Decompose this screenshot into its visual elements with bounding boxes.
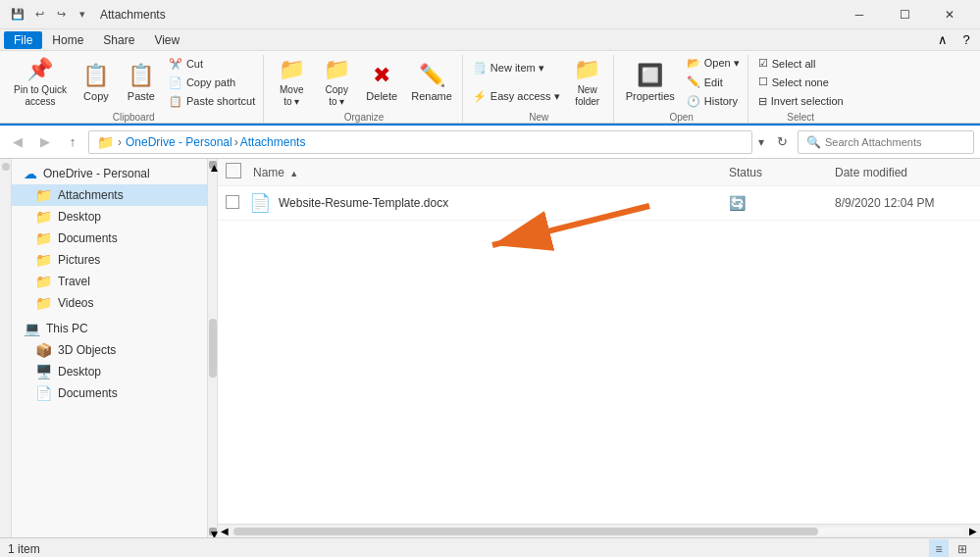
pin-to-quick-access-button[interactable]: 📌 Pin to Quickaccess bbox=[8, 55, 73, 110]
ribbon-group-select: ☑ Select all ☐ Select none ⊟ Invert sele… bbox=[750, 55, 851, 123]
sidebar-item-attachments[interactable]: 📁 Attachments bbox=[12, 184, 207, 206]
sidebar-item-travel-label: Travel bbox=[58, 275, 90, 288]
back-button[interactable]: ◀ bbox=[6, 130, 29, 154]
maximize-button[interactable]: ☐ bbox=[882, 0, 927, 29]
ribbon-group-clipboard: 📌 Pin to Quickaccess 📋 Copy 📋 Paste ✂️ bbox=[4, 55, 264, 123]
address-path[interactable]: 📁 › OneDrive - Personal › Attachments bbox=[88, 130, 752, 154]
sidebar-item-pictures[interactable]: 📁 Pictures bbox=[12, 249, 207, 271]
title-bar: 💾 ↩ ↪ ▾ Attachments ─ ☐ ✕ bbox=[0, 0, 980, 29]
edit-icon: ✏️ bbox=[687, 76, 700, 88]
address-dropdown-button[interactable]: ▾ bbox=[756, 135, 766, 149]
rename-label: Rename bbox=[411, 90, 452, 102]
move-to-button[interactable]: 📁 Moveto ▾ bbox=[270, 55, 313, 110]
sidebar-item-3d-objects[interactable]: 📦 3D Objects bbox=[12, 339, 207, 361]
open-icon: 📂 bbox=[687, 57, 700, 70]
this-pc-icon: 💻 bbox=[24, 321, 40, 336]
ribbon: 📌 Pin to Quickaccess 📋 Copy 📋 Paste ✂️ bbox=[0, 51, 980, 126]
sidebar-item-travel[interactable]: 📁 Travel bbox=[12, 271, 207, 292]
paste-shortcut-button[interactable]: 📋 Paste shortcut bbox=[165, 93, 259, 110]
scroll-right-button[interactable]: ▶ bbox=[966, 525, 980, 538]
sidebar-item-onedrive[interactable]: ☁ OneDrive - Personal bbox=[12, 163, 207, 184]
search-box[interactable]: 🔍 bbox=[798, 130, 974, 154]
column-status-label: Status bbox=[729, 166, 762, 179]
sidebar-this-pc[interactable]: 💻 This PC bbox=[12, 318, 207, 339]
search-icon: 🔍 bbox=[806, 135, 821, 149]
select-all-icon: ☑ bbox=[758, 57, 768, 70]
sidebar-scrollbar-thumb[interactable] bbox=[209, 319, 217, 378]
minimize-button[interactable]: ─ bbox=[837, 0, 882, 29]
menu-file[interactable]: File bbox=[4, 31, 42, 49]
open-group-label: Open bbox=[669, 112, 693, 123]
menu-home[interactable]: Home bbox=[42, 31, 93, 49]
delete-button[interactable]: ✖ Delete bbox=[360, 55, 403, 110]
help-button[interactable]: ? bbox=[956, 30, 976, 50]
edit-button[interactable]: ✏️ Edit bbox=[683, 74, 744, 90]
invert-selection-label: Invert selection bbox=[771, 95, 844, 107]
path-onedrive[interactable]: OneDrive - Personal bbox=[126, 135, 232, 149]
forward-button[interactable]: ▶ bbox=[33, 130, 57, 154]
cut-label: Cut bbox=[186, 58, 203, 70]
copy-to-button[interactable]: 📁 Copyto ▾ bbox=[315, 55, 358, 110]
menu-bar: File Home Share View ∧ ? bbox=[0, 29, 980, 51]
sidebar-scroll-down[interactable]: ▼ bbox=[209, 528, 217, 535]
qat-dropdown-button[interactable]: ▾ bbox=[73, 5, 92, 25]
header-checkbox-area bbox=[226, 163, 245, 181]
open-label: Open ▾ bbox=[704, 57, 740, 70]
menu-share[interactable]: Share bbox=[93, 31, 144, 49]
new-folder-button[interactable]: 📁 Newfolder bbox=[566, 55, 609, 110]
sidebar-item-desktop-pc[interactable]: 🖥️ Desktop bbox=[12, 361, 207, 382]
undo-qat-button[interactable]: ↩ bbox=[29, 5, 49, 25]
status-bar: 1 item ≡ ⊞ bbox=[0, 537, 980, 557]
paste-button[interactable]: 📋 Paste bbox=[120, 55, 163, 110]
h-scrollbar-thumb[interactable] bbox=[233, 528, 818, 535]
row-checkbox[interactable] bbox=[226, 195, 241, 212]
select-none-button[interactable]: ☐ Select none bbox=[754, 74, 848, 90]
sidebar-scroll-up[interactable]: ▲ bbox=[209, 161, 217, 169]
table-row[interactable]: 📄 Website-Resume-Template.docx 🔄 8/9/202… bbox=[218, 186, 980, 221]
large-icons-view-button[interactable]: ⊞ bbox=[953, 539, 972, 558]
rename-button[interactable]: ✏️ Rename bbox=[405, 55, 458, 110]
history-button[interactable]: 🕐 History bbox=[683, 93, 744, 110]
sidebar-item-pictures-label: Pictures bbox=[58, 253, 100, 267]
search-input[interactable] bbox=[825, 136, 965, 148]
close-button[interactable]: ✕ bbox=[927, 0, 972, 29]
copy-to-icon: 📁 bbox=[324, 57, 350, 82]
refresh-button[interactable]: ↻ bbox=[770, 130, 794, 154]
history-label: History bbox=[704, 95, 738, 107]
sidebar-item-documents[interactable]: 📁 Documents bbox=[12, 228, 207, 249]
delete-label: Delete bbox=[366, 90, 397, 102]
sidebar-collapse-btn[interactable] bbox=[2, 163, 10, 171]
row-select-checkbox[interactable] bbox=[226, 195, 239, 209]
details-view-button[interactable]: ≡ bbox=[929, 539, 949, 558]
invert-selection-button[interactable]: ⊟ Invert selection bbox=[754, 93, 848, 110]
paste-icon: 📋 bbox=[128, 63, 154, 88]
delete-icon: ✖ bbox=[373, 63, 390, 88]
column-status[interactable]: Status bbox=[729, 166, 827, 179]
save-qat-button[interactable]: 💾 bbox=[8, 5, 27, 25]
sidebar-item-desktop[interactable]: 📁 Desktop bbox=[12, 206, 207, 228]
cut-button[interactable]: ✂️ Cut bbox=[165, 56, 259, 73]
easy-access-label: Easy access ▾ bbox=[490, 90, 560, 103]
select-all-button[interactable]: ☑ Select all bbox=[754, 55, 848, 72]
new-item-button[interactable]: 🗒️ New item ▾ bbox=[469, 60, 564, 76]
copy-button[interactable]: 📋 Copy bbox=[75, 55, 118, 110]
paste-shortcut-label: Paste shortcut bbox=[186, 95, 255, 107]
menu-view[interactable]: View bbox=[144, 31, 189, 49]
easy-access-button[interactable]: ⚡ Easy access ▾ bbox=[469, 88, 564, 105]
clipboard-group-label: Clipboard bbox=[113, 112, 155, 123]
copy-path-button[interactable]: 📄 Copy path bbox=[165, 75, 259, 91]
open-button[interactable]: 📂 Open ▾ bbox=[683, 55, 744, 72]
properties-button[interactable]: 🔲 Properties bbox=[620, 55, 681, 110]
column-date[interactable]: Date modified bbox=[835, 166, 972, 179]
up-button[interactable]: ↑ bbox=[61, 130, 84, 154]
sidebar-item-videos[interactable]: 📁 Videos bbox=[12, 292, 207, 314]
column-name[interactable]: Name ▲ bbox=[253, 166, 721, 179]
quick-access-toolbar: 💾 ↩ ↪ ▾ bbox=[8, 5, 92, 25]
sidebar-item-documents-pc[interactable]: 📄 Documents bbox=[12, 382, 207, 404]
new-group-label: New bbox=[529, 112, 548, 123]
path-attachments[interactable]: Attachments bbox=[240, 135, 306, 149]
collapse-ribbon-button[interactable]: ∧ bbox=[933, 30, 953, 50]
select-all-checkbox[interactable] bbox=[226, 163, 241, 178]
redo-qat-button[interactable]: ↪ bbox=[51, 5, 71, 25]
scroll-left-button[interactable]: ◀ bbox=[218, 525, 232, 538]
